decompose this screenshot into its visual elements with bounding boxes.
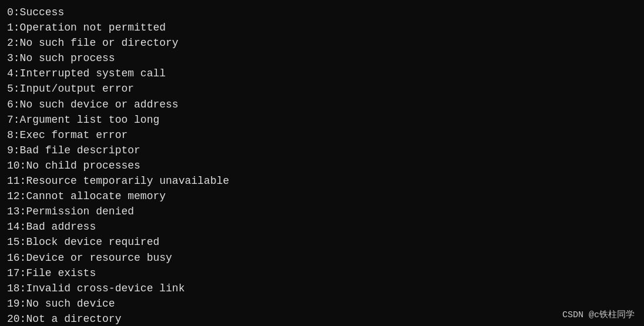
terminal-line: 0:Success <box>7 5 637 20</box>
terminal-line: 14:Bad address <box>7 219 637 234</box>
terminal-line: 5:Input/output error <box>7 81 637 96</box>
terminal-line: 2:No such file or directory <box>7 35 637 51</box>
terminal-line: 9:Bad file descriptor <box>7 143 637 158</box>
terminal-line: 6:No such device or address <box>7 97 637 112</box>
terminal-line: 7:Argument list too long <box>7 112 637 127</box>
terminal-line: 3:No such process <box>7 51 637 66</box>
terminal-line: 16:Device or resource busy <box>7 250 637 265</box>
terminal-line: 17:File exists <box>7 265 637 281</box>
terminal-line: 4:Interrupted system call <box>7 66 637 81</box>
watermark: CSDN @c铁柱同学 <box>562 309 635 320</box>
terminal-line: 19:No such device <box>7 296 637 311</box>
terminal-line: 8:Exec format error <box>7 127 637 143</box>
terminal-line: 11:Resource temporarily unavailable <box>7 173 637 189</box>
terminal-line: 13:Permission denied <box>7 204 637 219</box>
terminal-line: 10:No child processes <box>7 158 637 173</box>
terminal-line: 1:Operation not permitted <box>7 20 637 35</box>
terminal-line: 15:Block device required <box>7 234 637 250</box>
terminal-line: 18:Invalid cross-device link <box>7 281 637 296</box>
terminal-line: 20:Not a directory <box>7 311 637 326</box>
terminal-line: 12:Cannot allocate memory <box>7 189 637 204</box>
terminal-window: 0:Success1:Operation not permitted2:No s… <box>0 0 644 326</box>
